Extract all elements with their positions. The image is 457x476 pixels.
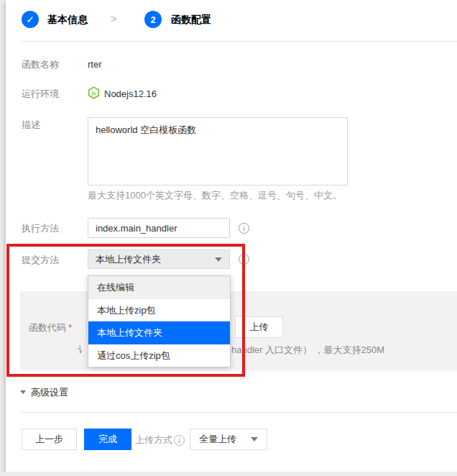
- code-hint-fragment-right: handler 入口文件） ，最大支持250M: [231, 344, 384, 355]
- dropdown-option-local-zip[interactable]: 本地上传zip包: [88, 299, 230, 322]
- step-1-label[interactable]: 基本信息: [47, 14, 88, 25]
- step-2-indicator[interactable]: 2: [144, 11, 162, 28]
- footer-divider: [22, 412, 457, 413]
- handler-label: 执行方法: [22, 223, 59, 234]
- upload-button[interactable]: 上传: [235, 316, 283, 338]
- submit-method-select[interactable]: 本地上传文件夹: [88, 250, 230, 269]
- nodejs-icon: js: [88, 86, 100, 99]
- code-hint-fragment-left: 讠: [78, 344, 87, 355]
- runtime-value: Nodejs12.16: [104, 88, 157, 99]
- function-code-label: 函数代码*: [29, 322, 72, 333]
- handler-info-icon[interactable]: i: [239, 223, 249, 234]
- required-asterisk: *: [68, 322, 72, 333]
- dropdown-option-online-edit[interactable]: 在线编辑: [88, 276, 230, 299]
- submit-method-select-value: 本地上传文件夹: [96, 253, 161, 266]
- done-button[interactable]: 完成: [84, 429, 131, 450]
- chevron-down-icon: [251, 437, 258, 441]
- chevron-right-icon: >: [111, 13, 117, 24]
- function-name-value: rter: [88, 59, 102, 70]
- upload-mode-info-icon[interactable]: i: [174, 435, 185, 446]
- description-label: 描述: [22, 119, 40, 130]
- upload-mode-label-group: 上传方式 i: [135, 434, 185, 447]
- function-name-label: 函数名称: [22, 59, 59, 70]
- advanced-settings-label: 高级设置: [31, 387, 68, 398]
- page-bottom-strip: [0, 472, 457, 476]
- page-background: ✓ 基本信息 > 2 函数配置 函数名称 rter 运行环境 js Nodejs…: [0, 0, 457, 476]
- step-2-label[interactable]: 函数配置: [171, 14, 211, 25]
- wizard-panel: ✓ 基本信息 > 2 函数配置 函数名称 rter 运行环境 js Nodejs…: [6, 0, 457, 472]
- stepper-divider: [20, 41, 457, 42]
- description-textarea[interactable]: helloworld 空白模板函数: [88, 117, 348, 186]
- function-code-section: 函数代码* 上传 讠 handler 入口文件） ，最大支持250M: [20, 291, 457, 370]
- runtime-label: 运行环境: [22, 88, 59, 99]
- advanced-settings-toggle[interactable]: 高级设置: [20, 387, 68, 398]
- submit-method-info-icon[interactable]: i: [239, 254, 249, 265]
- chevron-down-icon: [215, 257, 222, 262]
- upload-mode-label: 上传方式: [135, 434, 172, 447]
- dropdown-option-cos-zip[interactable]: 通过cos上传zip包: [88, 344, 230, 367]
- upload-mode-select-value: 全量上传: [199, 433, 236, 446]
- description-helper-text: 最大支持1000个英文字母、数字、空格、逗号、句号、中文。: [88, 190, 342, 201]
- handler-input[interactable]: [88, 218, 230, 238]
- collapse-caret-icon: [20, 390, 26, 394]
- step-1-indicator[interactable]: ✓: [22, 11, 39, 28]
- check-icon: ✓: [26, 14, 34, 25]
- dropdown-option-local-folder[interactable]: 本地上传文件夹: [88, 321, 230, 344]
- submit-method-dropdown-menu: 在线编辑 本地上传zip包 本地上传文件夹 通过cos上传zip包: [88, 275, 231, 367]
- step-2-number: 2: [150, 14, 155, 25]
- submit-method-label: 提交方法: [22, 255, 59, 265]
- svg-text:js: js: [91, 91, 96, 96]
- prev-step-button[interactable]: 上一步: [22, 429, 77, 450]
- upload-mode-select[interactable]: 全量上传: [190, 429, 267, 450]
